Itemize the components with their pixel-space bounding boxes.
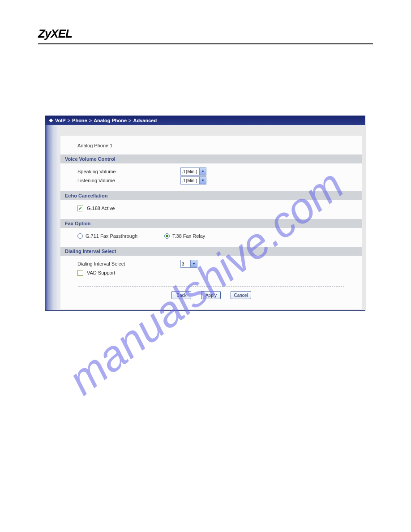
listening-volume-select[interactable]: -1(Min.) [180,176,206,184]
content-panel: Analog Phone 1 Voice Volume Control Spea… [60,136,362,309]
section-head-fax: Fax Option [60,219,362,228]
panel-title: Analog Phone 1 [60,141,362,154]
vad-checkbox[interactable] [77,270,83,276]
apply-button[interactable]: Apply [201,291,221,299]
listening-volume-label: Listening Volume [77,178,180,183]
dialing-interval-value: 3 [182,262,184,266]
fax-g711-option[interactable]: G.711 Fax Passthrough [77,233,164,239]
speaking-volume-select[interactable]: -1(Min.) [180,167,206,176]
config-body: Analog Phone 1 Voice Volume Control Spea… [45,125,365,310]
section-head-echo: Echo Cancellation [60,191,362,200]
dialing-interval-label: Dialing Interval Select [77,261,180,266]
back-button[interactable]: Back [171,291,191,299]
g168-label: G.168 Active [87,206,115,211]
fax-t38-option[interactable]: T.38 Fax Relay [164,233,205,239]
breadcrumb: ❖ VoIP > Phone > Analog Phone > Advanced [45,116,365,125]
radio-icon[interactable] [164,233,170,239]
section-head-voice: Voice Volume Control [60,154,362,163]
radio-icon[interactable] [77,233,83,239]
section-head-dialing: Dialing Interval Select [60,247,362,256]
cancel-button[interactable]: Cancel [231,291,251,299]
row-listening-volume: Listening Volume -1(Min.) [77,176,358,185]
row-vad-support: VAD Support [77,268,358,277]
row-fax-options: G.711 Fax Passthrough T.38 Fax Relay [77,232,358,240]
breadcrumb-bullet: ❖ [49,118,53,124]
row-dialing-interval: Dialing Interval Select 3 [77,259,358,268]
vad-label: VAD Support [87,270,115,275]
chevron-down-icon[interactable] [199,177,206,184]
chevron-down-icon[interactable] [199,168,206,175]
breadcrumb-item-phone[interactable]: Phone [72,118,87,123]
row-g168: G.168 Active [77,204,358,213]
section-body-dialing: Dialing Interval Select 3 VAD Support [60,256,362,283]
g168-checkbox[interactable] [77,206,83,211]
breadcrumb-sep: > [128,118,131,123]
listening-volume-value: -1(Min.) [182,178,197,183]
row-speaking-volume: Speaking Volume -1(Min.) [77,167,358,176]
page-header: ZyXEL [38,27,373,44]
section-body-fax: G.711 Fax Passthrough T.38 Fax Relay [60,228,362,247]
brand-logo: ZyXEL [38,27,373,41]
speaking-volume-label: Speaking Volume [77,169,180,174]
button-bar: Back Apply Cancel [78,286,344,299]
section-body-voice: Speaking Volume -1(Min.) Listening Volum… [60,163,362,191]
breadcrumb-item-voip[interactable]: VoIP [55,118,66,123]
breadcrumb-sep: > [68,118,70,123]
dialing-interval-select[interactable]: 3 [180,260,197,268]
breadcrumb-sep: > [89,118,92,123]
chevron-down-icon[interactable] [190,260,197,267]
speaking-volume-value: -1(Min.) [182,169,197,174]
fax-g711-label: G.711 Fax Passthrough [86,233,137,239]
section-body-echo: G.168 Active [60,200,362,219]
side-gradient [45,125,59,310]
fax-t38-label: T.38 Fax Relay [172,233,205,239]
config-window: ❖ VoIP > Phone > Analog Phone > Advanced… [45,116,365,311]
breadcrumb-item-advanced[interactable]: Advanced [133,118,157,123]
breadcrumb-item-analog-phone[interactable]: Analog Phone [94,118,127,123]
